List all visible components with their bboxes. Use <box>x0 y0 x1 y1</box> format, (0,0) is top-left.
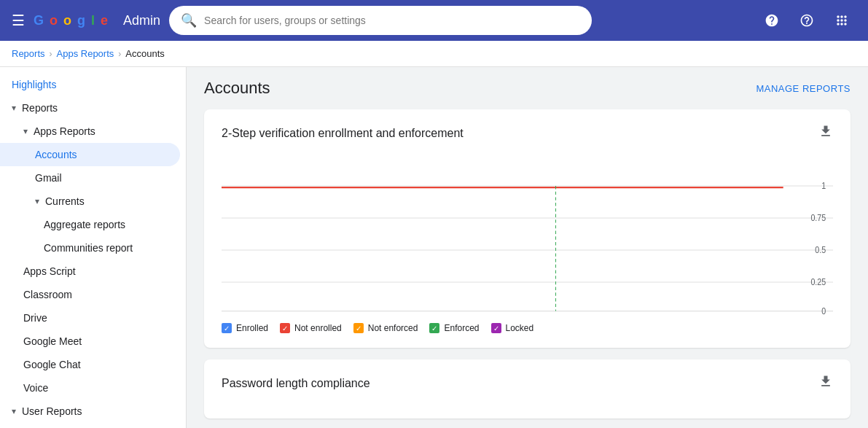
help-button[interactable] <box>792 6 821 35</box>
sidebar-apps-reports-label: Apps Reports <box>34 125 95 137</box>
sidebar-item-apps-script[interactable]: Apps Script <box>0 260 186 283</box>
sidebar-reports-label: Reports <box>22 102 58 114</box>
sidebar-item-drive[interactable]: Drive <box>0 306 186 330</box>
sidebar-item-classroom[interactable]: Classroom <box>0 283 186 306</box>
main-content: Accounts MANAGE REPORTS 2-Step verificat… <box>187 67 868 428</box>
sidebar-google-meet-label: Google Meet <box>23 335 82 347</box>
legend-enforced-checkbox[interactable]: ✓ <box>429 323 439 333</box>
support-button[interactable] <box>757 6 786 35</box>
legend-enrolled-label: Enrolled <box>236 323 268 333</box>
sidebar-item-communities-report[interactable]: Communities report <box>0 236 186 260</box>
breadcrumb-sep-1: › <box>50 49 52 59</box>
search-input[interactable] <box>204 15 580 26</box>
sidebar-drive-label: Drive <box>23 312 47 324</box>
svg-text:0: 0 <box>821 306 826 314</box>
breadcrumb-current: Accounts <box>125 48 164 59</box>
sidebar-item-reports[interactable]: ▾ Reports <box>0 96 186 120</box>
sidebar-gmail-label: Gmail <box>35 172 62 184</box>
svg-text:0.75: 0.75 <box>810 214 826 223</box>
legend-not-enforced-label: Not enforced <box>368 323 418 333</box>
legend-locked[interactable]: ✓ Locked <box>491 323 534 333</box>
sidebar-item-accounts-user[interactable]: Accounts <box>0 423 186 428</box>
legend-not-enrolled-checkbox[interactable]: ✓ <box>280 323 290 333</box>
legend-locked-checkbox[interactable]: ✓ <box>491 323 501 333</box>
sidebar-item-accounts[interactable]: Accounts <box>0 143 180 166</box>
sidebar-user-reports-label: User Reports <box>22 405 82 417</box>
sidebar-accounts-label: Accounts <box>35 149 77 160</box>
sidebar-item-google-chat[interactable]: Google Chat <box>0 353 186 376</box>
sidebar-classroom-label: Classroom <box>23 289 72 300</box>
chart2-download-icon[interactable] <box>818 374 833 392</box>
sidebar-item-currents[interactable]: ▾ Currents <box>0 190 186 213</box>
legend-not-enrolled[interactable]: ✓ Not enrolled <box>280 323 342 333</box>
chart1-container: 1 0.75 0.5 0.25 0 Mar 2 Mar 7 Mar 12 Mar… <box>222 154 833 314</box>
manage-reports-button[interactable]: MANAGE REPORTS <box>756 83 851 94</box>
legend-locked-label: Locked <box>506 323 534 333</box>
page-title: Accounts <box>204 79 270 98</box>
sidebar-voice-label: Voice <box>23 382 48 394</box>
sidebar-item-user-reports[interactable]: ▾ User Reports <box>0 400 186 423</box>
chart2-card: Password length compliance <box>204 359 851 419</box>
chevron-down-icon: ▾ <box>23 126 28 136</box>
search-icon: 🔍 <box>181 12 197 28</box>
chart1-legend: ✓ Enrolled ✓ Not enrolled ✓ Not enforced… <box>222 323 833 333</box>
apps-button[interactable] <box>827 6 856 35</box>
sidebar-google-chat-label: Google Chat <box>23 359 81 370</box>
chart1-title: 2-Step verification enrollment and enfor… <box>222 127 464 140</box>
sidebar-currents-label: Currents <box>45 195 85 207</box>
chevron-down-icon: ▾ <box>12 406 16 416</box>
legend-not-enforced-checkbox[interactable]: ✓ <box>353 323 364 333</box>
legend-not-enforced[interactable]: ✓ Not enforced <box>353 323 418 333</box>
breadcrumb-apps-reports[interactable]: Apps Reports <box>57 48 114 59</box>
admin-label: Admin <box>123 13 160 28</box>
legend-enforced[interactable]: ✓ Enforced <box>429 323 479 333</box>
svg-text:0.5: 0.5 <box>815 246 826 255</box>
chevron-down-icon: ▾ <box>35 196 39 206</box>
breadcrumb-reports[interactable]: Reports <box>12 48 45 59</box>
sidebar-item-apps-reports[interactable]: ▾ Apps Reports <box>0 120 186 143</box>
app-logo: Google Admin <box>34 13 160 28</box>
search-bar[interactable]: 🔍 <box>169 6 592 35</box>
legend-enforced-label: Enforced <box>444 323 479 333</box>
chart1-card: 2-Step verification enrollment and enfor… <box>204 109 851 348</box>
menu-icon[interactable]: ☰ <box>12 12 25 29</box>
topbar-actions <box>757 6 856 35</box>
sidebar-item-aggregate-reports[interactable]: Aggregate reports <box>0 213 186 236</box>
layout: Highlights ▾ Reports ▾ Apps Reports Acco… <box>0 67 868 428</box>
svg-text:1: 1 <box>821 182 826 191</box>
chevron-down-icon: ▾ <box>12 103 16 113</box>
breadcrumb-sep-2: › <box>118 49 121 59</box>
legend-enrolled-checkbox[interactable]: ✓ <box>222 323 232 333</box>
sidebar-item-gmail[interactable]: Gmail <box>0 166 186 190</box>
chart2-title: Password length compliance <box>222 377 370 390</box>
topbar: ☰ Google Admin 🔍 <box>0 0 868 41</box>
legend-not-enrolled-label: Not enrolled <box>294 323 342 333</box>
chart2-header: Password length compliance <box>222 374 833 392</box>
sidebar-apps-script-label: Apps Script <box>23 265 76 277</box>
download-icon[interactable] <box>818 124 833 142</box>
breadcrumb: Reports › Apps Reports › Accounts <box>0 41 868 67</box>
page-header: Accounts MANAGE REPORTS <box>204 79 851 98</box>
sidebar-communities-label: Communities report <box>44 242 133 254</box>
sidebar-aggregate-label: Aggregate reports <box>44 219 125 230</box>
chart1-header: 2-Step verification enrollment and enfor… <box>222 124 833 142</box>
sidebar: Highlights ▾ Reports ▾ Apps Reports Acco… <box>0 67 187 428</box>
sidebar-item-highlights[interactable]: Highlights <box>0 73 186 96</box>
svg-text:0.25: 0.25 <box>810 278 826 287</box>
sidebar-item-google-meet[interactable]: Google Meet <box>0 330 186 353</box>
chart1-svg: 1 0.75 0.5 0.25 0 Mar 2 Mar 7 Mar 12 Mar… <box>222 154 833 314</box>
legend-enrolled[interactable]: ✓ Enrolled <box>222 323 268 333</box>
sidebar-item-voice[interactable]: Voice <box>0 376 186 400</box>
